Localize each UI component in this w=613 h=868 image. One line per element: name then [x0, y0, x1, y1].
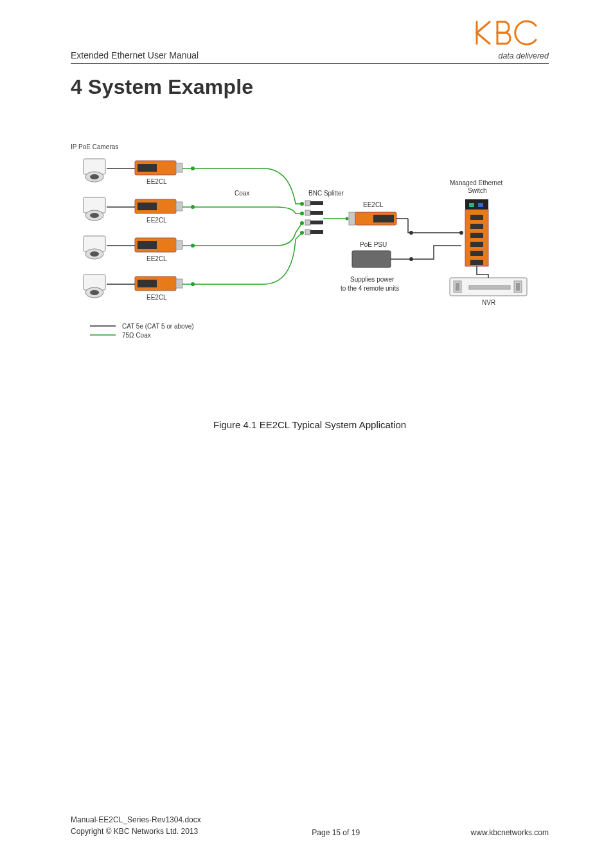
- svg-rect-57: [465, 199, 488, 210]
- svg-rect-64: [470, 242, 483, 247]
- svg-rect-5: [176, 163, 182, 172]
- svg-rect-46: [305, 220, 310, 225]
- svg-rect-60: [478, 203, 483, 207]
- diagram-ee2cl-right-label: EE2CL: [363, 201, 384, 208]
- system-diagram: .lbl { font-family: Verdana, sans-serif;…: [71, 143, 549, 374]
- svg-point-12: [90, 213, 99, 218]
- svg-rect-34: [138, 280, 157, 287]
- brand-logo: data delivered: [472, 18, 549, 60]
- footer-page-number: Page 15 of 19: [312, 828, 360, 837]
- svg-text:EE2CL: EE2CL: [147, 178, 167, 185]
- svg-text:EE2CL: EE2CL: [147, 217, 167, 224]
- diagram-poe-psu-label: PoE PSU: [360, 241, 387, 248]
- svg-point-49: [346, 217, 349, 220]
- svg-rect-44: [305, 201, 310, 206]
- diagram-bnc-splitter: [305, 201, 323, 235]
- footer-filename: Manual-EE2CL_Series-Rev1304.docx: [71, 815, 201, 826]
- svg-rect-50: [349, 212, 355, 225]
- svg-rect-52: [373, 215, 394, 222]
- diagram-ee2cl-right: [349, 212, 396, 225]
- svg-rect-4: [138, 164, 157, 172]
- page-footer: Manual-EE2CL_Series-Rev1304.docx Copyrig…: [71, 815, 549, 837]
- diagram-coax-label: Coax: [235, 190, 249, 197]
- svg-text:EE2CL: EE2CL: [147, 294, 167, 301]
- diagram-switch-label-1: Managed Ethernet: [450, 179, 503, 186]
- diagram-remote-units: EE2CL EE2CL: [84, 159, 195, 301]
- svg-rect-66: [470, 260, 483, 265]
- diagram-switch-label-2: Switch: [468, 187, 486, 194]
- footer-url: www.kbcnetworks.com: [471, 828, 549, 837]
- svg-rect-14: [138, 203, 157, 210]
- diagram-poe-psu: [352, 251, 391, 267]
- svg-rect-35: [176, 279, 182, 288]
- diagram-nvr-label: NVR: [482, 299, 495, 306]
- diagram-supplies-line1: Supplies power: [350, 276, 395, 283]
- svg-point-22: [90, 251, 99, 257]
- svg-text:EE2CL: EE2CL: [147, 255, 167, 262]
- diagram-ip-cameras-label: IP PoE Cameras: [71, 143, 118, 150]
- svg-point-40: [300, 202, 304, 206]
- svg-rect-24: [138, 241, 157, 249]
- svg-point-42: [300, 221, 304, 225]
- svg-rect-62: [470, 224, 483, 229]
- svg-rect-72: [516, 283, 520, 291]
- svg-point-56: [459, 231, 463, 235]
- diagram-coax-lines: [193, 168, 304, 284]
- svg-rect-25: [176, 240, 182, 249]
- figure-caption: Figure 4.1 EE2CL Typical System Applicat…: [71, 419, 549, 430]
- svg-rect-47: [305, 230, 310, 235]
- svg-text:75Ω Coax: 75Ω Coax: [122, 332, 151, 339]
- diagram-switch: [465, 199, 488, 266]
- footer-copyright: Copyright © KBC Networks Ltd. 2013: [71, 826, 201, 837]
- svg-rect-45: [305, 210, 310, 215]
- brand-tagline: data delivered: [472, 52, 549, 60]
- svg-rect-15: [176, 202, 182, 211]
- svg-rect-65: [470, 251, 483, 256]
- svg-rect-70: [469, 285, 510, 289]
- section-heading: 4 System Example: [71, 75, 549, 99]
- svg-point-41: [300, 212, 304, 215]
- svg-text:CAT 5e (CAT 5 or above): CAT 5e (CAT 5 or above): [122, 323, 194, 330]
- svg-rect-59: [469, 203, 474, 207]
- svg-rect-63: [470, 233, 483, 238]
- header-title: Extended Ethernet User Manual: [71, 50, 199, 60]
- svg-rect-61: [470, 215, 483, 220]
- svg-rect-69: [456, 283, 459, 291]
- diagram-nvr: [450, 278, 527, 296]
- page-header: Extended Ethernet User Manual data deliv…: [71, 18, 549, 64]
- svg-point-43: [300, 231, 304, 235]
- diagram-bnc-label: BNC Splitter: [308, 190, 344, 197]
- svg-point-32: [90, 290, 99, 295]
- diagram-legend: CAT 5e (CAT 5 or above) 75Ω Coax: [90, 323, 194, 339]
- diagram-supplies-line2: to the 4 remote units: [341, 285, 399, 292]
- kbc-logo-icon: [472, 18, 549, 49]
- svg-point-2: [90, 174, 99, 179]
